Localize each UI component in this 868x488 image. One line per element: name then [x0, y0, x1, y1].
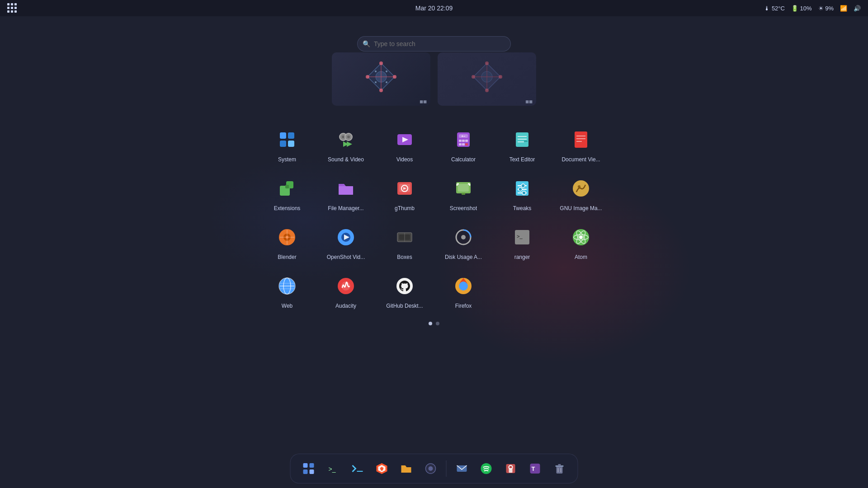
svg-point-11 [386, 81, 387, 83]
dock-files[interactable] [396, 458, 417, 479]
topbar-datetime: Mar 20 22:09 [415, 5, 453, 12]
dock-budgie[interactable] [420, 458, 442, 479]
app-label-github: GitHub Deskt... [386, 303, 423, 309]
app-item-text-editor[interactable]: Text Editor [493, 119, 552, 168]
app-item-videos[interactable]: Videos [375, 119, 434, 168]
dock-terminal[interactable]: >_ [322, 458, 344, 479]
app-icon-calculator: +− [450, 127, 476, 153]
svg-point-16 [485, 61, 489, 65]
svg-rect-59 [458, 184, 469, 192]
app-item-gnu-image[interactable]: GNU Image Ma... [552, 168, 610, 217]
apps-grid-icon[interactable] [7, 3, 17, 13]
page-dot-0[interactable] [429, 322, 432, 325]
recent-card-label-2: ◼◼ [525, 99, 533, 104]
search-container: 🔍 [357, 36, 511, 52]
app-icon-firefox [450, 273, 476, 299]
volume-icon: 🔊 [854, 5, 861, 12]
app-item-tweaks[interactable]: Tweaks [493, 168, 552, 217]
svg-rect-22 [280, 141, 286, 147]
battery-indicator: 🔋 10% [791, 5, 812, 12]
dock-spotify[interactable] [476, 458, 497, 479]
svg-rect-46 [575, 131, 587, 148]
search-input[interactable] [357, 36, 511, 52]
brightness-indicator: ☀ 9% [818, 5, 834, 12]
app-icon-tweaks [509, 175, 535, 202]
svg-point-5 [393, 75, 396, 79]
svg-point-17 [499, 75, 502, 79]
app-icon-atom [568, 224, 594, 250]
svg-text:>_: >_ [329, 465, 336, 473]
recent-card-1[interactable]: ◼◼ [332, 52, 430, 106]
dock-taiga[interactable]: T [524, 458, 546, 479]
temp-indicator: 🌡 52°C [764, 5, 785, 12]
app-item-extensions[interactable]: Extensions [258, 168, 316, 217]
app-label-web: Web [282, 303, 292, 309]
svg-point-6 [379, 89, 383, 92]
svg-point-78 [286, 236, 288, 239]
dock-kp[interactable] [500, 458, 522, 479]
svg-rect-108 [310, 469, 314, 474]
dock-trash[interactable] [549, 458, 571, 479]
app-label-disk-usage: Disk Usage A... [445, 254, 482, 260]
svg-rect-107 [303, 469, 308, 474]
app-item-sound-video[interactable]: Sound & Video [316, 119, 375, 168]
app-icon-disk-usage [450, 224, 476, 250]
app-label-openshot: OpenShot Vid... [327, 254, 365, 260]
dock-brave[interactable] [371, 458, 393, 479]
app-label-screenshot: Screenshot [450, 205, 477, 211]
app-item-ranger[interactable]: >_ranger [493, 217, 552, 266]
page-dot-1[interactable] [436, 322, 439, 325]
dock-apps[interactable] [298, 458, 320, 479]
svg-point-86 [461, 235, 466, 239]
app-item-github[interactable]: GitHub Deskt... [375, 266, 434, 314]
dock-vscode[interactable] [347, 458, 368, 479]
app-item-audacity[interactable]: Audacity [316, 266, 375, 314]
app-icon-text-editor [509, 127, 535, 153]
svg-rect-39 [462, 143, 465, 145]
app-item-openshot[interactable]: OpenShot Vid... [316, 217, 375, 266]
app-item-calculator[interactable]: +−Calculator [434, 119, 493, 168]
app-item-screenshot[interactable]: Screenshot [434, 168, 493, 217]
svg-point-93 [579, 235, 583, 239]
svg-rect-36 [462, 140, 465, 142]
app-icon-boxes [392, 224, 418, 250]
app-icon-blender [274, 224, 300, 250]
app-icon-web [274, 273, 300, 299]
svg-point-19 [472, 75, 475, 79]
svg-rect-40 [465, 143, 468, 145]
app-item-document-viewer[interactable]: Document Vie... [552, 119, 610, 168]
app-label-audacity: Audacity [335, 303, 356, 309]
topbar-left [7, 3, 17, 13]
svg-point-71 [522, 191, 526, 195]
network-icon: 📶 [840, 5, 847, 12]
app-item-disk-usage[interactable]: Disk Usage A... [434, 217, 493, 266]
svg-rect-35 [459, 140, 462, 142]
app-item-system[interactable]: System [258, 119, 316, 168]
app-label-extensions: Extensions [274, 205, 301, 211]
app-label-tweaks: Tweaks [513, 205, 532, 211]
svg-point-73 [578, 185, 580, 188]
app-label-blender: Blender [278, 254, 296, 260]
app-item-atom[interactable]: Atom [552, 217, 610, 266]
app-item-web[interactable]: Web [258, 266, 316, 314]
dock-mail[interactable] [451, 458, 473, 479]
app-label-gnu-image: GNU Image Ma... [560, 205, 602, 211]
search-icon: 🔍 [363, 40, 370, 47]
app-item-firefox[interactable]: Firefox [434, 266, 493, 314]
svg-rect-60 [462, 193, 465, 195]
app-item-blender[interactable]: Blender [258, 217, 316, 266]
app-item-boxes[interactable]: Boxes [375, 217, 434, 266]
svg-point-102 [396, 278, 413, 294]
app-item-gthumb[interactable]: gThumb [375, 168, 434, 217]
svg-point-27 [347, 136, 350, 138]
app-item-file-manager[interactable]: File Manager... [316, 168, 375, 217]
topbar: Mar 20 22:09 🌡 52°C 🔋 10% ☀ 9% 📶 🔊 [0, 0, 868, 16]
svg-rect-117 [509, 468, 513, 473]
app-label-firefox: Firefox [455, 303, 472, 309]
app-icon-github [392, 273, 418, 299]
svg-point-69 [519, 188, 522, 191]
recent-card-2[interactable]: ◼◼ [438, 52, 536, 106]
svg-point-67 [521, 184, 525, 188]
page-dots [429, 322, 439, 325]
svg-point-25 [342, 136, 344, 138]
